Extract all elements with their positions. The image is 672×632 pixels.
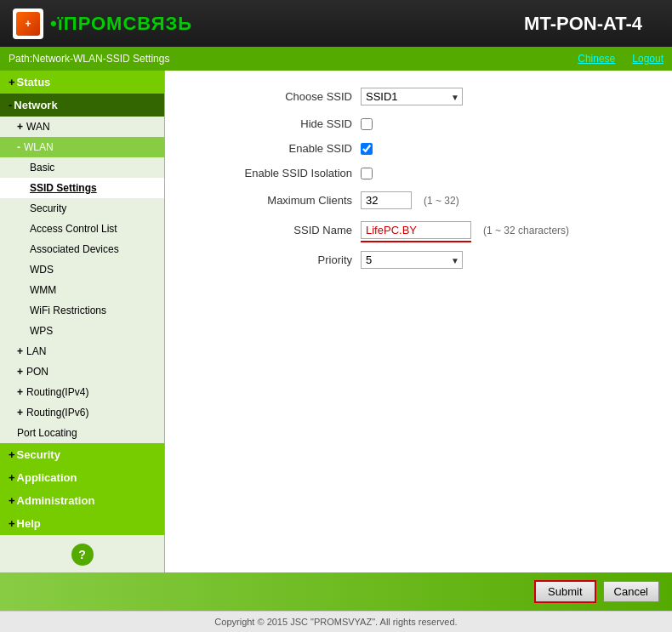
sidebar-item-label: WMM [30,284,56,296]
priority-control: 1 2 3 4 5 6 7 ▼ [361,251,463,269]
choose-ssid-label: Choose SSID [191,90,361,103]
submit-button[interactable]: Submit [534,580,595,603]
choose-ssid-select[interactable]: SSID1 SSID2 SSID3 SSID4 [361,88,463,105]
choose-ssid-wrapper: SSID1 SSID2 SSID3 SSID4 ▼ [361,88,463,105]
copyright-text: Copyright © 2015 JSC "PROMSVYAZ". All ri… [214,617,457,627]
sidebar-item-label: WLAN [24,141,54,153]
hide-ssid-label: Hide SSID [191,117,361,130]
sidebar-item-routing-ipv6[interactable]: + Routing(IPv6) [0,402,164,423]
ssid-name-hint: (1 ~ 32 characters) [483,225,569,236]
sidebar-item-label: Application [17,471,77,484]
max-clients-control: (1 ~ 32) [361,191,459,209]
sidebar-item-help[interactable]: + Help [0,512,164,535]
sidebar-item-wlan[interactable]: - WLAN [0,137,164,157]
sidebar-item-associated-devices[interactable]: Associated Devices [0,239,164,259]
nav-bar: Path:Network-WLAN-SSID Settings Chinese … [0,47,672,71]
hide-ssid-row: Hide SSID [191,117,646,130]
logo-area: + •ïПРОМСВЯЗЬ [13,9,192,39]
choose-ssid-row: Choose SSID SSID1 SSID2 SSID3 SSID4 ▼ [191,88,646,105]
sidebar-item-basic[interactable]: Basic [0,157,164,178]
max-clients-label: Maximum Clients [191,194,361,207]
logo-icon-inner: + [16,12,40,36]
logout-link[interactable]: Logout [632,53,663,65]
priority-row: Priority 1 2 3 4 5 6 7 ▼ [191,251,646,269]
sidebar-item-label: WAN [26,121,50,133]
sidebar-item-label: Access Control List [30,223,117,235]
sidebar-item-label: Status [17,76,51,88]
content-area: Choose SSID SSID1 SSID2 SSID3 SSID4 ▼ [165,71,672,572]
priority-wrapper: 1 2 3 4 5 6 7 ▼ [361,251,463,269]
sidebar-item-network[interactable]: - Network [0,94,164,117]
sidebar-item-label: WPS [30,325,53,337]
sidebar-item-security-top[interactable]: + Security [0,443,164,466]
sidebar-item-routing-ipv4[interactable]: + Routing(IPv4) [0,382,164,402]
chinese-link[interactable]: Chinese [578,53,615,65]
sidebar-item-status[interactable]: + Status [0,71,164,94]
sidebar-item-label: Security [17,448,60,461]
enable-ssid-checkbox[interactable] [361,143,373,155]
max-clients-input[interactable] [361,191,412,209]
sidebar-item-wmm[interactable]: WMM [0,280,164,300]
device-name: MT-PON-AT-4 [524,13,659,35]
logo-icon: + [13,9,43,39]
sidebar-item-label: Security [30,202,66,214]
footer: Copyright © 2015 JSC "PROMSVYAZ". All ri… [0,611,672,632]
enable-ssid-row: Enable SSID [191,142,646,155]
sidebar-item-label: Associated Devices [30,243,119,255]
sidebar-item-application[interactable]: + Application [0,466,164,489]
sidebar-item-acl[interactable]: Access Control List [0,219,164,239]
enable-ssid-isolation-row: Enable SSID Isolation [191,167,646,179]
ssid-name-input[interactable] [361,221,471,239]
breadcrumb: Path:Network-WLAN-SSID Settings [9,53,169,65]
sidebar-item-wps[interactable]: WPS [0,321,164,341]
sidebar-item-label: Routing(IPv4) [26,386,88,398]
sidebar-item-wds[interactable]: WDS [0,259,164,280]
choose-ssid-control: SSID1 SSID2 SSID3 SSID4 ▼ [361,88,463,105]
sidebar-item-wifi-restrictions[interactable]: WiFi Restrictions [0,300,164,321]
sidebar-item-wan[interactable]: + WAN [0,117,164,137]
help-circle-button[interactable]: ? [71,544,94,566]
sidebar-item-label: Port Locating [17,427,77,439]
sidebar-item-label: LAN [26,345,46,357]
max-clients-hint: (1 ~ 32) [424,195,459,207]
sidebar-item-label: PON [26,366,48,378]
priority-select[interactable]: 1 2 3 4 5 6 7 [361,251,463,269]
ssid-name-row: SSID Name (1 ~ 32 characters) [191,221,646,239]
cancel-button[interactable]: Cancel [603,581,659,602]
sidebar-item-label: Network [14,99,57,111]
ssid-name-wrapper [361,221,471,239]
ssid-name-control: (1 ~ 32 characters) [361,221,569,239]
ssid-name-label: SSID Name [191,224,361,236]
status-prefix: + [9,76,15,88]
sidebar-item-label: Routing(IPv6) [26,407,88,418]
priority-label: Priority [191,253,361,266]
enable-ssid-label: Enable SSID [191,142,361,155]
sidebar-item-label: SSID Settings [30,182,97,194]
max-clients-row: Maximum Clients (1 ~ 32) [191,191,646,209]
sidebar-item-label: Administration [17,494,95,507]
sidebar-item-security[interactable]: Security [0,198,164,219]
sidebar-item-administration[interactable]: + Administration [0,489,164,512]
enable-ssid-control [361,143,373,155]
sidebar: + Status - Network + WAN - WLAN Basic SS… [0,71,165,572]
logo-text: •ïПРОМСВЯЗЬ [50,13,192,35]
sidebar-item-label: WiFi Restrictions [30,305,106,316]
sidebar-item-pon[interactable]: + PON [0,362,164,382]
enable-ssid-isolation-checkbox[interactable] [361,168,373,179]
bottom-bar: Submit Cancel [0,572,672,611]
sidebar-item-port-locating[interactable]: Port Locating [0,423,164,443]
network-prefix: - [9,99,12,111]
sidebar-item-label: Basic [30,162,54,174]
sidebar-item-ssid-settings[interactable]: SSID Settings [0,178,164,198]
hide-ssid-control [361,118,373,130]
nav-links: Chinese Logout [578,53,663,65]
enable-ssid-isolation-control [361,168,373,179]
sidebar-item-lan[interactable]: + LAN [0,341,164,362]
sidebar-item-label: Help [17,517,41,530]
sidebar-item-label: WDS [30,264,54,276]
enable-ssid-isolation-label: Enable SSID Isolation [191,167,361,179]
hide-ssid-checkbox[interactable] [361,118,373,130]
